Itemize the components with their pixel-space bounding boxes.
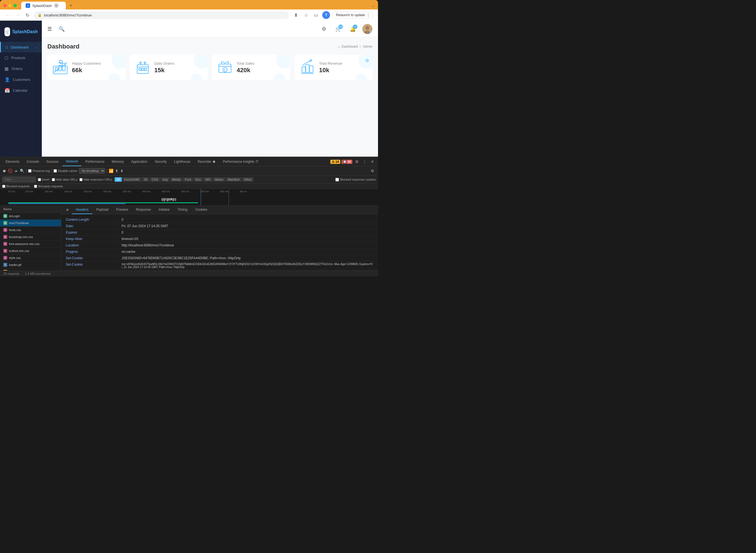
revenue-settings-icon[interactable]: ⚙	[365, 58, 369, 63]
hide-ext-label[interactable]: Hide extension URLs	[79, 178, 112, 181]
detail-tab-preview[interactable]: Preview	[112, 206, 132, 214]
search-icon[interactable]: 🔍	[59, 26, 65, 32]
new-tab-button[interactable]: +	[67, 2, 75, 9]
bookmark-icon[interactable]: ☆	[302, 11, 310, 19]
detail-tab-initiator[interactable]: Initiator	[155, 206, 173, 214]
request-item-icofont[interactable]: C icofont.min.css	[0, 247, 61, 254]
blocked-requests-label[interactable]: Blocked requests	[2, 184, 29, 188]
settings-icon[interactable]: ⚙	[319, 24, 329, 34]
tab-lighthouse[interactable]: Lighthouse	[171, 157, 194, 166]
sidebar-toggle-icon[interactable]: ▭	[312, 11, 320, 19]
type-btn-wasm[interactable]: Wasm	[213, 177, 226, 182]
type-btn-font[interactable]: Font	[183, 177, 193, 182]
sidebar-item-products[interactable]: ⬡ Products	[0, 53, 42, 63]
tab-memory[interactable]: Memory	[108, 157, 127, 166]
sidebar-item-orders[interactable]: ▦ Orders	[0, 63, 42, 74]
type-btn-js[interactable]: JS	[142, 177, 149, 182]
back-button[interactable]: ←	[4, 11, 11, 19]
type-btn-all[interactable]: All	[115, 177, 122, 182]
detail-tab-bar: ✕ Headers Payload Preview Response Initi…	[61, 206, 378, 214]
hide-data-checkbox[interactable]	[52, 178, 55, 181]
throttle-select[interactable]: No throttling	[79, 168, 105, 174]
tab-expand-button[interactable]: ⌄	[371, 3, 375, 8]
detail-tab-timing[interactable]: Timing	[174, 206, 192, 214]
invert-label[interactable]: Invert	[38, 178, 50, 181]
type-btn-media[interactable]: Media	[170, 177, 182, 182]
maximize-button[interactable]	[13, 4, 17, 7]
invert-checkbox[interactable]	[38, 178, 41, 181]
type-btn-ws[interactable]: WS	[204, 177, 212, 182]
detail-tab-cookies[interactable]: Cookies	[191, 206, 211, 214]
close-button[interactable]	[3, 4, 7, 7]
devtools-more-icon[interactable]: ⋮	[361, 158, 368, 165]
type-btn-other[interactable]: Other	[242, 177, 254, 182]
sidebar-item-calendar[interactable]: 📅 Calendar	[0, 85, 42, 96]
third-party-checkbox[interactable]	[34, 185, 37, 188]
request-item-mvc-continue[interactable]: D mvc/?continue	[0, 220, 61, 227]
type-btn-css[interactable]: CSS	[150, 177, 160, 182]
request-item-font-awesome[interactable]: C font-awesome.min.css	[0, 241, 61, 247]
share-icon[interactable]: ⬆	[292, 11, 300, 19]
tab-performance[interactable]: Performance	[82, 157, 108, 166]
hide-data-label[interactable]: Hide data URLs	[52, 178, 77, 181]
relaunch-button[interactable]: Relaunch to update ⋮	[332, 12, 374, 18]
tab-console[interactable]: Console	[23, 157, 43, 166]
detail-tab-response[interactable]: Response	[132, 206, 155, 214]
third-party-label[interactable]: 3rd-party requests	[34, 184, 63, 188]
type-btn-doc[interactable]: Doc	[194, 177, 203, 182]
filter-input[interactable]	[2, 177, 36, 182]
toolbar-right: ⬆ ☆ ▭ T Relaunch to update ⋮	[292, 11, 374, 19]
preserve-log-label[interactable]: Preserve log	[28, 169, 50, 172]
tab-sources[interactable]: Sources	[43, 157, 62, 166]
preserve-log-checkbox[interactable]	[28, 169, 31, 172]
svg-rect-16	[139, 68, 141, 71]
request-item-dologin[interactable]: D doLogin	[0, 213, 61, 220]
detail-close-icon[interactable]: ✕	[65, 207, 70, 213]
type-btn-fetchxhr[interactable]: Fetch/XHR	[123, 177, 141, 182]
tab-performance-insights[interactable]: Performance insights ⏱	[220, 157, 262, 166]
request-item-fonts-css[interactable]: C fonts.css	[0, 227, 61, 234]
tab-elements[interactable]: Elements	[2, 157, 23, 166]
devtools-settings-icon[interactable]: ⚙	[354, 158, 360, 165]
sidebar-item-label-products: Products	[11, 56, 25, 60]
blocked-cookies-checkbox[interactable]	[335, 178, 339, 181]
type-btn-img[interactable]: Img	[161, 177, 169, 182]
request-item-style-css[interactable]: C style.css	[0, 254, 61, 261]
upload-icon[interactable]: ⬆	[115, 169, 119, 173]
detail-tab-headers[interactable]: Headers	[72, 206, 92, 214]
minimize-button[interactable]	[8, 4, 12, 7]
devtools-close-icon[interactable]: ✕	[369, 158, 376, 165]
request-item-bootstrap[interactable]: C bootstrap.min.css	[0, 234, 61, 241]
tab-close-button[interactable]: ×	[54, 3, 59, 8]
disable-cache-checkbox[interactable]	[54, 169, 57, 172]
user-avatar[interactable]	[362, 24, 372, 34]
request-item-loader-gif[interactable]: I loader.gif	[0, 261, 61, 268]
download-icon[interactable]: ⬇	[120, 169, 124, 173]
disable-cache-label[interactable]: Disable cache	[54, 169, 77, 172]
filter-icon[interactable]: ⏶	[14, 169, 18, 173]
blocked-cookies-label[interactable]: Blocked response cookies	[335, 178, 376, 181]
type-btn-manifest[interactable]: Manifest	[226, 177, 241, 182]
tab-application[interactable]: Application	[128, 157, 151, 166]
tab-recorder[interactable]: Recorder ⏺	[194, 157, 219, 166]
blocked-requests-checkbox[interactable]	[2, 185, 5, 188]
tab-security[interactable]: Security	[151, 157, 170, 166]
sidebar-item-customers[interactable]: 👤 Customers	[0, 74, 42, 85]
url-bar[interactable]: 🔒 localhost:8080/mvc/?continue	[34, 11, 289, 19]
record-icon[interactable]: ⏺	[2, 169, 6, 173]
profile-avatar[interactable]: T	[322, 11, 330, 19]
cart-icon[interactable]: 🛒 03	[333, 24, 344, 34]
detail-tab-payload[interactable]: Payload	[92, 206, 112, 214]
hide-ext-checkbox[interactable]	[79, 178, 82, 181]
search-network-icon[interactable]: 🔍	[20, 169, 24, 173]
notification-icon[interactable]: 🔔 4	[348, 24, 358, 34]
network-settings-icon[interactable]: ⚙	[369, 167, 376, 174]
tab-network[interactable]: Network	[63, 157, 81, 166]
active-tab[interactable]: S SplashDash ×	[21, 2, 66, 9]
sidebar-item-dashboard[interactable]: ⌂ Dashboard ⌄	[0, 42, 42, 53]
clear-icon[interactable]: 🚫	[8, 169, 12, 173]
menu-icon[interactable]: ☰	[48, 26, 52, 32]
request-item-jquery[interactable]: J jquery.min.js	[0, 268, 61, 271]
reload-button[interactable]: ↻	[24, 11, 30, 19]
forward-button[interactable]: →	[14, 11, 21, 19]
